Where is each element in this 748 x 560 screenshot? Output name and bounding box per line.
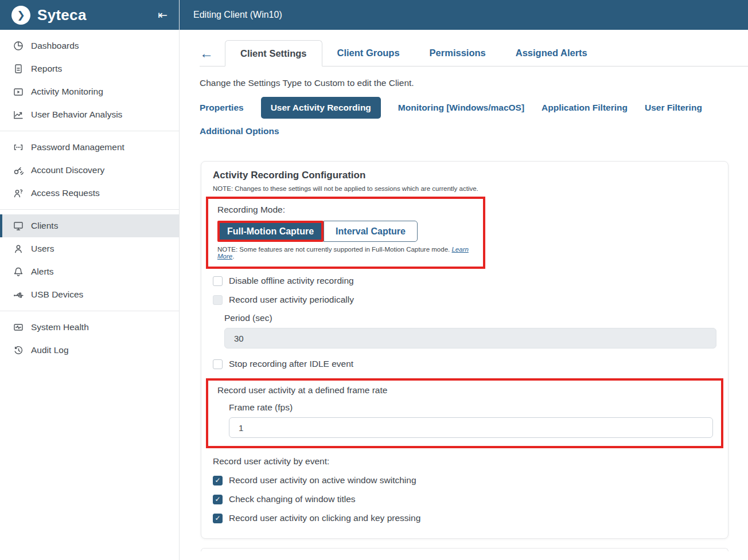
collapse-sidebar-icon[interactable]: ⇤ [155, 7, 170, 23]
sidebar-item-label: Activity Monitoring [31, 87, 103, 97]
interval-capture-button[interactable]: Interval Capture [324, 221, 418, 242]
period-label: Period (sec) [224, 313, 716, 323]
full-motion-capture-button[interactable]: Full-Motion Capture [217, 221, 324, 242]
sidebar-item-label: User Behavior Analysis [31, 109, 122, 120]
stop-idle-row: Stop recording after IDLE event [213, 359, 716, 369]
sidebar-item-dashboards[interactable]: Dashboards [0, 34, 179, 57]
users-icon [13, 243, 24, 254]
frame-rate-field-wrap [229, 417, 713, 438]
subtab-bar: Properties User Activity Recording Monit… [200, 97, 748, 142]
recording-mode-highlight-box: Recording Mode: Full-Motion Capture Inte… [206, 197, 485, 269]
by-event-label: Record user activity by event: [213, 456, 716, 467]
window-switching-label: Record user activity on active window sw… [229, 475, 416, 485]
sidebar-item-label: Account Discovery [31, 165, 104, 175]
app-window: ❯ Syteca ⇤ Dashboards Reports [0, 0, 748, 560]
sidebar-item-users[interactable]: Users [0, 237, 179, 260]
click-keypress-checkbox[interactable] [213, 514, 223, 523]
sidebar-item-user-behavior-analysis[interactable]: User Behavior Analysis [0, 103, 179, 126]
sidebar-item-usb-devices[interactable]: USB Devices [0, 283, 179, 306]
settings-type-hint: Change the Settings Type to Custom to ed… [200, 77, 748, 89]
sidebar-item-activity-monitoring[interactable]: Activity Monitoring [0, 80, 179, 103]
tab-client-groups[interactable]: Client Groups [322, 40, 415, 66]
frame-rate-section-label: Record user activity at a defined frame … [217, 385, 713, 395]
window-titles-checkbox[interactable] [213, 495, 223, 504]
stop-idle-checkbox[interactable] [213, 359, 223, 369]
tab-assigned-alerts[interactable]: Assigned Alerts [501, 40, 602, 66]
period-input[interactable] [224, 328, 716, 348]
clients-icon [13, 220, 24, 232]
sidebar-item-reports[interactable]: Reports [0, 57, 179, 80]
window-titles-label: Check changing of window titles [229, 494, 356, 504]
tab-permissions[interactable]: Permissions [415, 40, 501, 66]
event-row-window-switching: Record user activity on active window sw… [213, 475, 716, 485]
tab-client-settings[interactable]: Client Settings [225, 40, 322, 66]
subtab-monitoring[interactable]: Monitoring [Windows/macOS] [398, 97, 524, 119]
subtab-application-filtering[interactable]: Application Filtering [541, 97, 628, 119]
sidebar: ❯ Syteca ⇤ Dashboards Reports [0, 0, 180, 560]
access-requests-icon [13, 187, 24, 199]
nav-group-endpoints: Clients Users Alerts [0, 209, 179, 311]
main-area: Editing Client (Win10) ← Client Settings… [180, 0, 748, 560]
page-title: Editing Client (Win10) [193, 10, 282, 20]
click-keypress-label: Record user activity on clicking and key… [229, 513, 420, 523]
syteca-logo-icon: ❯ [11, 6, 30, 25]
record-periodically-row: Record user activity periodically [213, 295, 716, 305]
recording-mode-note: NOTE: Some features are not currently su… [217, 246, 475, 260]
sidebar-item-system-health[interactable]: System Health [0, 316, 179, 339]
stop-idle-label: Stop recording after IDLE event [229, 359, 353, 369]
subtab-properties[interactable]: Properties [200, 97, 244, 119]
subtab-additional-options[interactable]: Additional Options [200, 120, 279, 142]
sidebar-item-label: Password Management [31, 142, 124, 152]
sidebar-item-password-management[interactable]: Password Management [0, 136, 179, 159]
frame-rate-highlight-box: Record user activity at a defined frame … [206, 378, 723, 448]
account-discovery-icon [13, 165, 24, 176]
sidebar-item-label: Access Requests [31, 188, 100, 198]
subtab-user-activity-recording[interactable]: User Activity Recording [261, 97, 381, 119]
period-field-wrap [224, 328, 716, 348]
system-health-icon [13, 322, 24, 333]
sidebar-item-label: Users [31, 244, 54, 254]
sidebar-item-account-discovery[interactable]: Account Discovery [0, 159, 179, 182]
password-icon [13, 142, 24, 153]
sidebar-item-label: Dashboards [31, 41, 79, 51]
activity-monitoring-icon [13, 86, 24, 97]
sidebar-item-audit-log[interactable]: Audit Log [0, 339, 179, 362]
audit-log-icon [13, 344, 24, 356]
disable-offline-label: Disable offline activity recording [229, 276, 354, 286]
recording-mode-note-text: NOTE: Some features are not currently su… [217, 246, 450, 253]
recording-mode-toggle: Full-Motion Capture Interval Capture [217, 221, 475, 242]
recording-mode-label: Recording Mode: [217, 205, 475, 215]
usb-icon [13, 289, 24, 300]
disable-offline-checkbox[interactable] [213, 276, 223, 286]
frame-rate-label: Frame rate (fps) [229, 402, 713, 413]
back-button[interactable]: ← [200, 40, 225, 66]
content-area: ← Client Settings Client Groups Permissi… [180, 30, 748, 551]
next-card-edge [201, 548, 728, 551]
event-row-click-keypress: Record user activity on clicking and key… [213, 513, 716, 523]
subtab-user-filtering[interactable]: User Filtering [645, 97, 702, 119]
sidebar-item-label: System Health [31, 322, 89, 332]
activity-recording-card: Activity Recording Configuration NOTE: C… [201, 161, 728, 539]
sidebar-nav: Dashboards Reports Activity Monitoring [0, 30, 179, 366]
sidebar-item-label: Alerts [31, 267, 54, 277]
window-switching-checkbox[interactable] [213, 476, 223, 485]
frame-rate-input[interactable] [229, 417, 713, 438]
event-row-window-titles: Check changing of window titles [213, 494, 716, 504]
sidebar-header: ❯ Syteca ⇤ [0, 0, 179, 30]
sidebar-item-alerts[interactable]: Alerts [0, 260, 179, 283]
sidebar-item-access-requests[interactable]: Access Requests [0, 182, 179, 205]
sidebar-item-clients[interactable]: Clients [0, 214, 179, 237]
card-note: NOTE: Changes to these settings will not… [213, 185, 716, 192]
reports-icon [13, 63, 24, 75]
sidebar-item-label: Reports [31, 64, 62, 74]
record-periodically-checkbox[interactable] [213, 295, 223, 305]
sidebar-item-label: USB Devices [31, 289, 83, 300]
alerts-icon [13, 266, 24, 277]
sidebar-item-label: Clients [31, 221, 58, 231]
nav-group-analytics: Dashboards Reports Activity Monitoring [0, 30, 179, 131]
tab-bar: ← Client Settings Client Groups Permissi… [200, 40, 748, 66]
disable-offline-row: Disable offline activity recording [213, 276, 716, 286]
sidebar-item-label: Audit Log [31, 345, 69, 355]
nav-group-pam: Password Management Account Discovery Ac… [0, 131, 179, 209]
brand-name: Syteca [37, 6, 155, 24]
